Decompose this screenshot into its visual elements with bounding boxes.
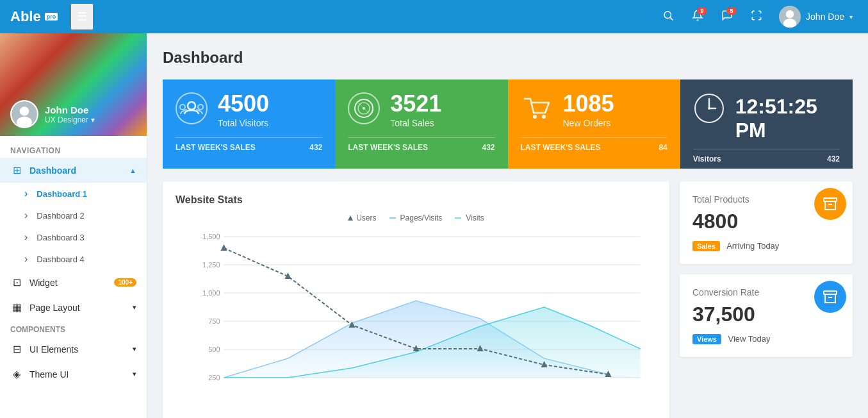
main-content: Dashboard <box>147 33 868 418</box>
search-button[interactable] <box>656 6 680 28</box>
svg-point-18 <box>542 115 546 119</box>
sidebar-item-dashboard1[interactable]: › Dashboard 1 <box>0 183 147 205</box>
sidebar: John Doe UX Designer ▾ Navigation ⊞ Dash… <box>0 33 147 418</box>
orders-footer-label: LAST WEEK'S SALES <box>521 143 601 152</box>
stat-card-time-top: 12:51:25 PM <box>693 92 840 142</box>
sidebar-item-page-layout-label: Page Layout <box>29 303 80 313</box>
hamburger-button[interactable]: ☰ <box>70 3 94 30</box>
bullet-icon: › <box>24 231 28 243</box>
page-title: Dashboard <box>163 49 853 67</box>
sidebar-item-theme-ui[interactable]: ◈ Theme UI ▾ <box>0 362 147 387</box>
chart-svg: 1,500 1,250 1,000 750 500 250 <box>176 230 657 410</box>
visitors-label: Total Visitors <box>218 118 269 128</box>
bullet-icon: › <box>24 188 28 199</box>
svg-point-22 <box>708 107 710 110</box>
topbar-icons: 9 5 John Doe ▾ <box>656 3 858 30</box>
stat-card-visitors-top: 4500 Total Visitors <box>176 92 322 131</box>
clock-icon <box>693 92 725 131</box>
page-layout-arrow-icon: ▾ <box>133 303 136 312</box>
theme-ui-icon: ◈ <box>10 368 23 380</box>
sidebar-item-page-layout[interactable]: ▦ Page Layout ▾ <box>0 295 147 320</box>
conversion-rate-badge: Views <box>692 334 721 344</box>
dashboard-arrow-icon: ▲ <box>129 167 136 174</box>
bullet-icon: › <box>24 253 28 265</box>
svg-marker-35 <box>221 244 227 251</box>
sidebar-item-dashboard[interactable]: ⊞ Dashboard ▲ <box>0 158 147 183</box>
sidebar-item-ui-elements[interactable]: ⊟ UI Elements ▾ <box>0 337 147 362</box>
legend-visits: Visits <box>455 213 484 222</box>
sidebar-avatar <box>10 100 38 128</box>
sales-value: 3521 <box>390 92 441 115</box>
svg-point-10 <box>180 104 185 110</box>
sidebar-item-dashboard2-label: Dashboard 2 <box>37 211 84 221</box>
svg-point-11 <box>198 104 203 110</box>
visitors-icon <box>176 92 208 131</box>
notifications-badge: 9 <box>697 7 707 15</box>
sidebar-user-name: John Doe <box>45 104 95 115</box>
user-name: John Doe <box>806 12 844 22</box>
sidebar-item-widget-label: Widget <box>29 278 58 288</box>
svg-point-9 <box>188 102 195 110</box>
svg-line-1 <box>670 17 673 20</box>
svg-text:500: 500 <box>208 346 220 353</box>
theme-ui-arrow-icon: ▾ <box>133 370 136 378</box>
stat-card-orders: 1085 New Orders LAST WEEK'S SALES 84 <box>508 79 680 169</box>
legend-users-icon <box>348 215 353 221</box>
total-products-icon <box>814 188 846 220</box>
chart-wrapper: 1,500 1,250 1,000 750 500 250 <box>176 230 657 412</box>
conversion-rate-icon <box>814 281 846 313</box>
topbar: Able pro ☰ 9 5 <box>0 0 868 33</box>
website-stats-chart: Website Stats Users Pages/Visits Visits <box>163 181 669 418</box>
orders-footer: LAST WEEK'S SALES 84 <box>521 137 667 157</box>
legend-users: Users <box>348 213 376 222</box>
orders-icon <box>521 92 553 131</box>
svg-text:1,000: 1,000 <box>202 289 220 297</box>
messages-badge: 5 <box>726 7 737 15</box>
sidebar-item-widget[interactable]: ⊡ Widget 100+ <box>0 270 147 295</box>
user-menu[interactable]: John Doe ▾ <box>774 3 858 30</box>
stat-cards-row: 4500 Total Visitors LAST WEEK'S SALES 43… <box>163 79 853 169</box>
widget-icon: ⊡ <box>10 276 23 288</box>
svg-point-3 <box>786 10 794 18</box>
svg-point-6 <box>20 106 29 116</box>
clock-time: 12:51:25 PM <box>735 95 840 142</box>
logo: Able pro <box>10 8 58 25</box>
avatar <box>779 6 801 28</box>
widget-badge: 100+ <box>114 278 136 287</box>
svg-rect-44 <box>824 291 837 294</box>
visitors-footer-value: 432 <box>309 143 322 152</box>
sidebar-item-ui-elements-label: UI Elements <box>29 344 78 355</box>
sidebar-item-dashboard3-label: Dashboard 3 <box>37 233 84 242</box>
time-footer: Visitors 432 <box>693 149 840 169</box>
stat-card-visitors: 4500 Total Visitors LAST WEEK'S SALES 43… <box>163 79 335 169</box>
sidebar-item-dashboard3[interactable]: › Dashboard 3 <box>0 226 147 248</box>
legend-visits-label: Visits <box>466 213 484 222</box>
conversion-rate-sub: View Today <box>728 334 770 344</box>
sidebar-item-dashboard4[interactable]: › Dashboard 4 <box>0 248 147 270</box>
sidebar-item-theme-ui-label: Theme UI <box>29 369 69 380</box>
stat-card-sales: 3521 Total Sales LAST WEEK'S SALES 432 <box>335 79 507 169</box>
bullet-icon: › <box>24 210 28 221</box>
sidebar-item-dashboard2[interactable]: › Dashboard 2 <box>0 205 147 226</box>
logo-text: Able <box>10 8 41 25</box>
legend-users-label: Users <box>356 213 376 222</box>
notifications-button[interactable]: 9 <box>685 6 710 28</box>
svg-point-16 <box>363 107 365 110</box>
visitors-footer: LAST WEEK'S SALES 432 <box>176 137 322 157</box>
nav-section-title: Navigation <box>0 142 147 158</box>
nav-section: Navigation ⊞ Dashboard ▲ › Dashboard 1 ›… <box>0 136 147 389</box>
total-products-footer: Sales Arriving Today <box>692 240 840 251</box>
svg-text:250: 250 <box>208 374 220 381</box>
visitors-footer-label: LAST WEEK'S SALES <box>176 143 256 152</box>
svg-text:1,250: 1,250 <box>202 261 220 269</box>
fullscreen-button[interactable] <box>744 6 769 28</box>
stat-card-time: 12:51:25 PM Visitors 432 <box>680 79 853 169</box>
svg-rect-42 <box>824 198 837 201</box>
ui-elements-icon: ⊟ <box>10 343 23 355</box>
chart-legend: Users Pages/Visits Visits <box>176 213 657 222</box>
messages-button[interactable]: 5 <box>715 6 739 28</box>
legend-pages: Pages/Visits <box>389 213 443 222</box>
total-products-card: Total Products 4800 Sales Arriving Today <box>680 181 853 264</box>
sales-icon <box>348 92 380 131</box>
page-layout-icon: ▦ <box>10 301 23 314</box>
